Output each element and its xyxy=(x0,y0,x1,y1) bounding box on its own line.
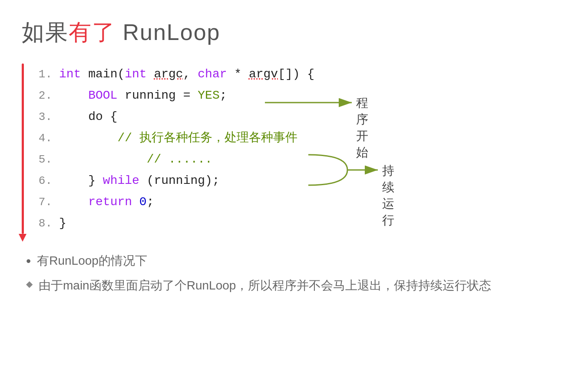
code-token: , xyxy=(183,67,198,81)
line-code: int main(int argc, char * argv[]) { xyxy=(59,63,314,85)
line-number: 5. xyxy=(35,150,52,170)
code-line: 7. return 0; xyxy=(35,191,314,213)
code-token: while xyxy=(103,174,139,187)
code-token: argv xyxy=(249,67,278,81)
code-block: 1.int main(int argc, char * argv[]) {2. … xyxy=(35,63,314,234)
code-token: int xyxy=(125,67,154,81)
code-token: BOOL xyxy=(59,89,125,102)
line-number: 4. xyxy=(35,129,52,149)
code-line: 8.} xyxy=(35,213,314,234)
line-code: // ...... xyxy=(59,149,212,170)
code-token: (running); xyxy=(139,174,220,187)
line-number: 6. xyxy=(35,171,52,191)
bullet-diamond-icon: ◆ xyxy=(26,276,33,292)
bullet-item: ◆由于main函数里面启动了个RunLoop，所以程序并不会马上退出，保持持续运… xyxy=(26,276,566,296)
code-token: } xyxy=(59,216,66,230)
code-token: do { xyxy=(59,110,117,123)
line-code: } while (running); xyxy=(59,170,220,191)
code-line: 1.int main(int argc, char * argv[]) { xyxy=(35,63,314,85)
code-token: []) { xyxy=(278,67,314,81)
code-token xyxy=(59,195,88,209)
line-code: return 0; xyxy=(59,191,154,213)
code-token: return xyxy=(88,195,132,209)
title-prefix: 如果 xyxy=(22,20,69,45)
bullet-text: 由于main函数里面启动了个RunLoop，所以程序并不会马上退出，保持持续运行… xyxy=(39,276,566,296)
code-line: 6. } while (running); xyxy=(35,170,314,191)
line-number: 3. xyxy=(35,107,52,127)
code-section: 1.int main(int argc, char * argv[]) {2. … xyxy=(22,63,566,234)
page-title: 如果有了 RunLoop xyxy=(22,17,566,48)
line-code: do { xyxy=(59,106,117,127)
line-code: } xyxy=(59,213,66,234)
code-line: 4. // 执行各种任务，处理各种事件 xyxy=(35,127,314,149)
code-token: running xyxy=(125,89,176,102)
annotation-running: 持续运行 xyxy=(382,163,394,229)
code-line: 2. BOOL running = YES; xyxy=(35,85,314,106)
code-token: } xyxy=(59,174,103,187)
title-highlight: 有了 xyxy=(69,20,116,45)
line-number: 7. xyxy=(35,193,52,213)
code-token: YES xyxy=(198,89,219,102)
bullet-item: •有RunLoop的情况下 xyxy=(26,251,566,271)
bullet-dot-icon: • xyxy=(26,251,31,271)
bullet-text: 有RunLoop的情况下 xyxy=(37,251,566,271)
code-token: 0 xyxy=(139,195,147,209)
code-token: ; xyxy=(220,89,227,102)
code-token: // 执行各种任务，处理各种事件 xyxy=(59,131,297,145)
code-token xyxy=(132,195,139,209)
code-token: main( xyxy=(88,67,125,81)
code-token: * xyxy=(227,67,249,81)
code-line: 3. do { xyxy=(35,106,314,127)
line-number: 2. xyxy=(35,86,52,106)
line-number: 1. xyxy=(35,65,52,85)
code-token: char xyxy=(198,67,227,81)
line-number: 8. xyxy=(35,214,52,234)
annotation-start: 程序开始 xyxy=(356,95,368,161)
bullet-list: •有RunLoop的情况下◆由于main函数里面启动了个RunLoop，所以程序… xyxy=(22,251,566,296)
code-token: argc xyxy=(154,67,183,81)
code-token: int xyxy=(59,67,88,81)
code-token: // ...... xyxy=(59,153,212,166)
line-code: BOOL running = YES; xyxy=(59,85,227,106)
title-suffix: RunLoop xyxy=(116,20,221,45)
line-code: // 执行各种任务，处理各种事件 xyxy=(59,127,297,149)
code-line: 5. // ...... xyxy=(35,149,314,170)
code-token: = xyxy=(176,89,198,102)
red-arrow-icon xyxy=(19,234,26,242)
code-and-annotations: 1.int main(int argc, char * argv[]) {2. … xyxy=(22,63,314,234)
code-token: ; xyxy=(147,195,154,209)
